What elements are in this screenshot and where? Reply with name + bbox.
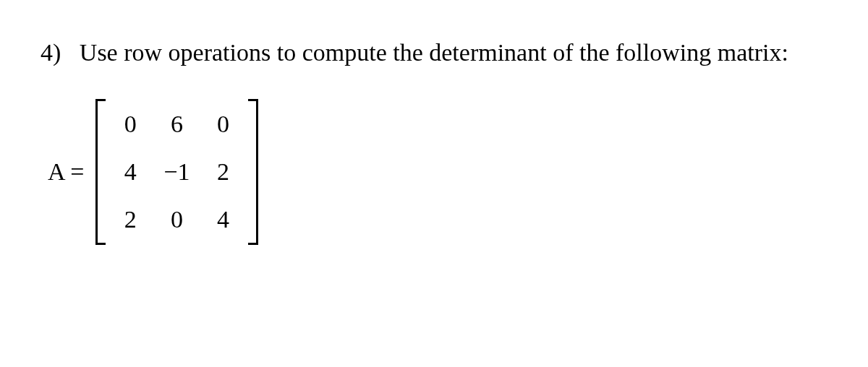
problem-number: 4) bbox=[41, 39, 61, 66]
left-bracket-icon bbox=[95, 99, 106, 245]
matrix-cell: 0 bbox=[119, 111, 142, 138]
matrix-cell: 4 bbox=[212, 206, 235, 233]
matrix-wrapper: 0 6 0 4 −1 2 2 0 4 bbox=[95, 99, 258, 245]
matrix-grid: 0 6 0 4 −1 2 2 0 4 bbox=[111, 99, 242, 245]
problem-body: Use row operations to compute the determ… bbox=[80, 39, 788, 66]
matrix-cell: 2 bbox=[212, 158, 235, 186]
matrix-equation: A = 0 6 0 4 −1 2 2 0 4 bbox=[48, 99, 827, 245]
problem-statement: 4) Use row operations to compute the det… bbox=[41, 35, 827, 70]
matrix-label: A = bbox=[48, 158, 84, 186]
problem-container: 4) Use row operations to compute the det… bbox=[41, 35, 827, 245]
matrix-cell: 0 bbox=[212, 111, 235, 138]
matrix-cell: −1 bbox=[163, 158, 190, 186]
matrix-cell: 4 bbox=[119, 158, 142, 186]
matrix-cell: 2 bbox=[119, 206, 142, 233]
matrix-cell: 0 bbox=[165, 206, 188, 233]
matrix-cell: 6 bbox=[165, 111, 188, 138]
right-bracket-icon bbox=[248, 99, 258, 245]
